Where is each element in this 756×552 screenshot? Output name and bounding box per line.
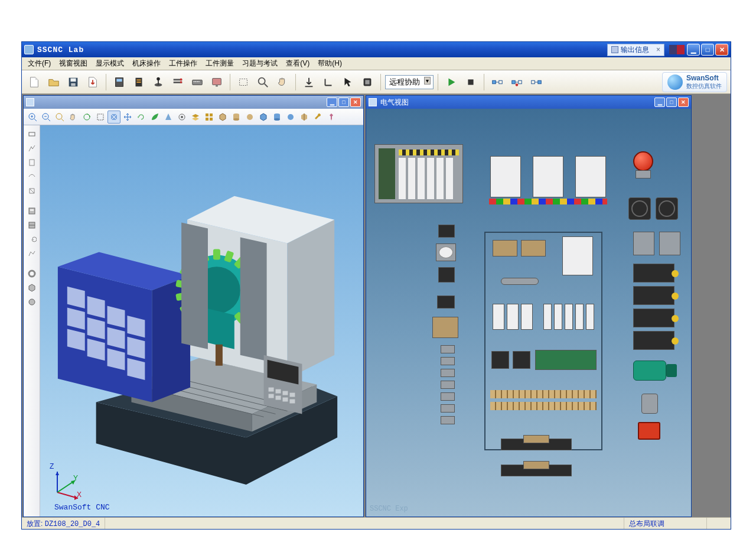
servo-drive-3[interactable] xyxy=(575,156,606,197)
breaker-8[interactable] xyxy=(586,304,594,330)
elec-maximize-button[interactable]: □ xyxy=(666,98,677,107)
remote-assist-combo[interactable]: 远程协助 xyxy=(385,75,434,89)
open-file-button[interactable] xyxy=(45,73,63,91)
elec-close-button[interactable]: ✕ xyxy=(678,98,689,107)
screen-button[interactable] xyxy=(208,73,226,91)
grid-icon[interactable] xyxy=(203,111,216,124)
menu-machine-ops[interactable]: 机床操作 xyxy=(129,57,164,70)
panel2-button[interactable] xyxy=(130,73,148,91)
keyboard-button[interactable] xyxy=(188,73,206,91)
menu-workpiece-ops[interactable]: 工件操作 xyxy=(165,57,201,70)
pan-button[interactable] xyxy=(273,73,291,91)
contactor-2[interactable] xyxy=(513,351,530,369)
close-button[interactable]: ✕ xyxy=(715,44,728,56)
electrical-viewport[interactable]: SSCNC Exp xyxy=(366,109,691,517)
wrench-icon[interactable] xyxy=(311,111,324,124)
link-dot-button[interactable] xyxy=(508,73,526,91)
spindle-motor[interactable] xyxy=(633,357,677,384)
side-tool2-icon[interactable] xyxy=(25,156,38,169)
component-relay[interactable] xyxy=(437,296,455,309)
pointer-button[interactable] xyxy=(339,73,357,91)
layers-icon[interactable] xyxy=(189,111,202,124)
terminal-5[interactable] xyxy=(441,392,455,401)
menu-view[interactable]: 查看(V) xyxy=(282,57,313,70)
motor-driver-2[interactable] xyxy=(633,286,674,305)
cnc-minimize-button[interactable]: ▁ xyxy=(327,98,337,107)
menu-display-mode[interactable]: 显示模式 xyxy=(92,57,128,70)
rail-terminal-1[interactable] xyxy=(523,435,549,443)
menu-practice-exam[interactable]: 习题与考试 xyxy=(239,57,281,70)
breaker-3[interactable] xyxy=(521,304,533,330)
aux-box-2[interactable] xyxy=(659,232,680,255)
side-tool4-icon[interactable] xyxy=(25,184,38,197)
terminal-2[interactable] xyxy=(441,357,455,365)
panel-button[interactable] xyxy=(110,73,128,91)
move-icon[interactable] xyxy=(121,111,134,124)
pin-icon[interactable] xyxy=(325,111,338,124)
io-board[interactable] xyxy=(535,350,597,370)
side-tool1-icon[interactable] xyxy=(25,142,38,155)
door-toggle-button[interactable] xyxy=(169,73,187,91)
cnc-close-button[interactable]: ✕ xyxy=(350,98,361,107)
side-spiral-icon[interactable] xyxy=(25,233,38,246)
breaker-4[interactable] xyxy=(543,304,552,330)
cnc-maximize-button[interactable]: □ xyxy=(338,98,349,107)
motor-driver-1[interactable] xyxy=(633,264,674,283)
cnc-3d-viewport[interactable]: Z Y X SwanSoft CNC xyxy=(40,125,363,517)
component-handwheel[interactable] xyxy=(436,243,456,261)
sphere-blue-icon[interactable] xyxy=(284,111,297,124)
box-select-icon[interactable] xyxy=(94,111,107,124)
joystick-button[interactable] xyxy=(149,73,167,91)
zoom-fit-icon[interactable] xyxy=(53,111,66,124)
fan-2[interactable] xyxy=(656,197,678,220)
cnc-3d-window[interactable]: ▁ □ ✕ xyxy=(23,95,364,517)
side-rect-icon[interactable] xyxy=(25,128,38,141)
cube-blue-icon[interactable] xyxy=(257,111,270,124)
angle-button[interactable] xyxy=(320,73,337,91)
menu-viewport[interactable]: 视窗视图 xyxy=(56,57,91,70)
link-left-button[interactable] xyxy=(488,73,506,91)
cylinder-tan-icon[interactable] xyxy=(230,111,243,124)
elec-titlebar[interactable]: 电气视图 ▁ □ ✕ xyxy=(366,96,691,109)
sphere-tan-icon[interactable] xyxy=(243,111,256,124)
orbit-icon[interactable] xyxy=(80,111,93,124)
zoom-in-icon[interactable] xyxy=(26,111,39,124)
aux-cylinder[interactable] xyxy=(641,394,658,414)
psu-1[interactable] xyxy=(493,240,517,256)
menu-file[interactable]: 文件(F) xyxy=(24,57,54,70)
terminal-6[interactable] xyxy=(441,404,455,413)
component-estop[interactable] xyxy=(438,225,455,238)
hand-pan-icon[interactable] xyxy=(67,111,80,124)
rect-select-button[interactable] xyxy=(234,73,252,91)
titlebar[interactable]: SSCNC Lab 输出信息 × ▁ □ ✕ xyxy=(22,42,731,57)
side-panel2-icon[interactable] xyxy=(25,219,38,232)
side-tool3-icon[interactable] xyxy=(25,170,38,183)
elec-minimize-button[interactable]: ▁ xyxy=(654,98,665,107)
maximize-button[interactable]: □ xyxy=(701,44,714,56)
breaker-7[interactable] xyxy=(575,304,584,330)
breaker-1[interactable] xyxy=(493,304,504,330)
side-cube-icon[interactable] xyxy=(25,281,38,294)
component-plug[interactable] xyxy=(438,267,455,283)
breaker-6[interactable] xyxy=(565,304,573,330)
motor-driver-3[interactable] xyxy=(633,309,674,327)
rail-terminal-2[interactable] xyxy=(523,461,549,469)
terminal-1[interactable] xyxy=(441,345,455,353)
output-info-tab[interactable]: 输出信息 × xyxy=(607,44,664,56)
contactor-1[interactable] xyxy=(491,351,509,369)
stock-button[interactable] xyxy=(359,73,376,91)
locale-flag-icon[interactable] xyxy=(669,45,685,54)
menu-workpiece-measure[interactable]: 工件测量 xyxy=(202,57,237,70)
download-button[interactable] xyxy=(300,73,318,91)
clip-icon[interactable] xyxy=(298,111,311,124)
motor-driver-4[interactable] xyxy=(633,331,674,350)
zoom-button[interactable] xyxy=(254,73,272,91)
export-button[interactable] xyxy=(84,73,102,91)
terminal-4[interactable] xyxy=(441,381,455,389)
cylinder-blue-icon[interactable] xyxy=(271,111,284,124)
side-torus-icon[interactable] xyxy=(25,267,38,280)
save-button[interactable] xyxy=(64,73,82,91)
fan-1[interactable] xyxy=(628,197,651,220)
link-right-button[interactable] xyxy=(527,73,545,91)
leaf-icon[interactable] xyxy=(148,111,161,124)
